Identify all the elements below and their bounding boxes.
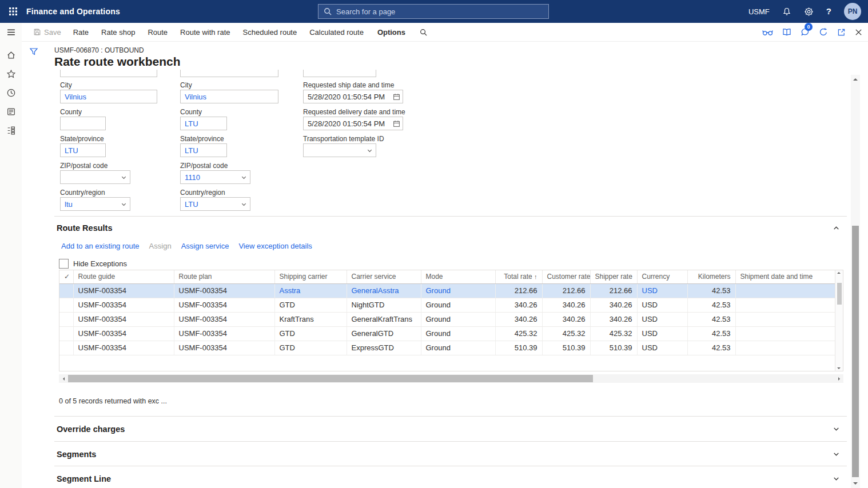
gear-icon[interactable] [804, 7, 814, 17]
tab-rate-shop[interactable]: Rate shop [95, 28, 141, 37]
destination-country-input[interactable] [181, 200, 237, 209]
task-guide-book-icon[interactable] [782, 28, 791, 36]
tab-rate[interactable]: Rate [67, 28, 95, 37]
chevron-down-icon[interactable] [117, 201, 130, 207]
column-header-customer-rate[interactable]: Customer rate [542, 270, 590, 283]
scroll-down-arrow[interactable] [837, 367, 841, 370]
row-checkbox-cell[interactable] [59, 298, 73, 312]
hide-exceptions-checkbox[interactable] [59, 259, 69, 269]
assign-link[interactable]: Assign [149, 242, 172, 250]
cell-currency[interactable]: USD [637, 283, 687, 298]
column-header-currency[interactable]: Currency [637, 270, 687, 283]
chevron-down-icon[interactable] [237, 174, 250, 181]
column-header-carrier-service[interactable]: Carrier service [347, 270, 421, 283]
delivery-date-input[interactable] [304, 119, 390, 128]
tab-scheduled-route[interactable]: Scheduled route [237, 28, 304, 37]
origin-zip-input[interactable] [61, 173, 117, 182]
filter-funnel-icon[interactable] [29, 47, 38, 56]
scroll-left-arrow[interactable] [59, 374, 67, 383]
help-icon[interactable]: ? [826, 7, 831, 16]
column-header-kilometers[interactable]: Kilometers [687, 270, 735, 283]
column-header-route-guide[interactable]: Route guide [73, 270, 174, 283]
scrollbar-thumb[interactable] [852, 226, 859, 477]
avatar[interactable]: PN [844, 3, 861, 20]
chevron-down-icon[interactable] [833, 425, 840, 433]
select-all-checkbox[interactable]: ✓ [59, 270, 73, 283]
search-input[interactable] [336, 7, 543, 16]
transportation-template-input[interactable] [304, 146, 363, 155]
destination-county-input[interactable] [180, 117, 227, 130]
row-checkbox-cell[interactable] [59, 283, 73, 298]
cell-currency[interactable]: USD [637, 326, 687, 341]
company-picker[interactable]: USMF [748, 7, 770, 16]
origin-county-input[interactable] [60, 117, 106, 130]
row-checkbox-cell[interactable] [59, 312, 73, 326]
chevron-down-icon[interactable] [117, 174, 130, 181]
refresh-icon[interactable] [819, 27, 828, 37]
calendar-icon[interactable] [390, 120, 403, 127]
cell-mode[interactable]: Ground [421, 341, 495, 355]
destination-state-input[interactable] [180, 143, 227, 157]
cell-carrier-service[interactable]: GeneralKraftTrans [347, 312, 421, 326]
cell-currency[interactable]: USD [637, 312, 687, 326]
global-search-box[interactable] [318, 4, 549, 19]
chevron-down-icon[interactable] [363, 147, 376, 154]
add-to-existing-route-link[interactable]: Add to an existing route [61, 242, 140, 250]
chevron-down-icon[interactable] [833, 450, 840, 458]
glasses-view-icon[interactable] [762, 29, 773, 36]
segment-line-section[interactable]: Segment Line [54, 466, 847, 488]
scroll-down-arrow[interactable] [853, 482, 858, 486]
delivery-date-box[interactable] [303, 117, 403, 130]
chat-icon[interactable]: 0 [801, 27, 810, 37]
cell-carrier-service[interactable]: GeneralGTD [347, 326, 421, 341]
record-breadcrumb[interactable]: USMF-006870 : OUTBOUND [54, 46, 144, 54]
cell-carrier-service[interactable]: NightGTD [347, 298, 421, 312]
origin-state-input[interactable] [60, 143, 106, 157]
origin-country-input[interactable] [61, 200, 117, 209]
ship-date-box[interactable] [303, 90, 403, 103]
scrollbar-thumb[interactable] [837, 283, 842, 305]
origin-zip-combo[interactable] [60, 170, 130, 184]
popout-icon[interactable] [837, 28, 846, 37]
assign-service-link[interactable]: Assign service [181, 242, 229, 250]
calendar-icon[interactable] [390, 93, 403, 101]
tab-calculated-route[interactable]: Calculated route [303, 28, 370, 37]
column-header-shipper-rate[interactable]: Shipper rate [590, 270, 637, 283]
page-vertical-scrollbar[interactable] [851, 75, 860, 488]
table-row[interactable]: USMF-003354 USMF-003354 KraftTrans Gener… [59, 312, 835, 326]
app-launcher-icon[interactable] [0, 0, 26, 23]
origin-country-combo[interactable] [60, 197, 130, 211]
scroll-up-arrow[interactable] [853, 77, 858, 81]
tab-options[interactable]: Options [370, 28, 413, 37]
scroll-up-arrow[interactable] [837, 271, 841, 274]
ship-date-input[interactable] [304, 93, 390, 101]
cell-mode[interactable]: Ground [421, 298, 495, 312]
chevron-down-icon[interactable] [237, 201, 250, 207]
table-row[interactable]: USMF-003354 USMF-003354 Asstra GeneralAs… [59, 283, 835, 298]
column-header-mode[interactable]: Mode [421, 270, 495, 283]
grid-vertical-scrollbar[interactable] [835, 270, 843, 371]
modules-tree-icon[interactable] [6, 126, 16, 135]
tab-route-with-rate[interactable]: Route with rate [174, 28, 236, 37]
view-exception-details-link[interactable]: View exception details [238, 242, 312, 250]
column-header-shipping-carrier[interactable]: Shipping carrier [274, 270, 347, 283]
cell-carrier-service[interactable]: GeneralAsstra [347, 283, 421, 298]
workspaces-icon[interactable] [6, 107, 16, 117]
close-icon[interactable] [855, 29, 862, 36]
cell-carrier-service[interactable]: ExpressGTD [347, 341, 421, 355]
favorites-star-icon[interactable] [6, 69, 16, 79]
override-charges-section[interactable]: Override charges [54, 416, 847, 441]
cell-currency[interactable]: USD [637, 341, 687, 355]
scroll-right-arrow[interactable] [835, 374, 843, 383]
route-results-header[interactable]: Route Results [54, 216, 847, 233]
segments-section[interactable]: Segments [54, 441, 847, 466]
table-row[interactable]: USMF-003354 USMF-003354 GTD ExpressGTD G… [59, 341, 835, 355]
actionpane-search-icon[interactable] [413, 29, 434, 36]
column-header-route-plan[interactable]: Route plan [174, 270, 274, 283]
scrollbar-thumb[interactable] [68, 375, 593, 382]
bell-icon[interactable] [782, 7, 791, 16]
origin-city-input[interactable] [60, 90, 157, 103]
table-row[interactable]: USMF-003354 USMF-003354 GTD NightGTD Gro… [59, 298, 835, 312]
cell-mode[interactable]: Ground [421, 326, 495, 341]
destination-country-combo[interactable] [180, 197, 250, 211]
